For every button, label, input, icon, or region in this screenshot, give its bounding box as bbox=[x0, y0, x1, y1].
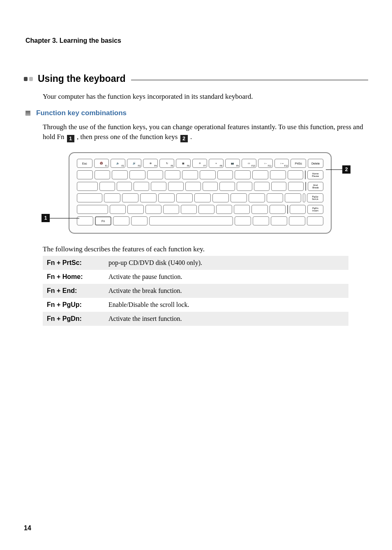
key-blank bbox=[99, 182, 115, 191]
key-blank bbox=[200, 170, 216, 179]
function-key-table: Fn + PrtSc: pop-up CD/DVD disk (U400 onl… bbox=[43, 256, 348, 326]
key-blank bbox=[231, 193, 247, 202]
key-blank bbox=[307, 216, 323, 225]
key-f12: ☼+F12 bbox=[274, 159, 289, 168]
key-blank bbox=[219, 182, 235, 191]
key-blank bbox=[182, 170, 198, 179]
key-blank bbox=[181, 205, 197, 214]
keyboard-function-row: Esc 🔇F1 🔉F2 🔊F3 ⊗F4 ↻F5 ▦F6 ✈F7 ×F8 📷F9 … bbox=[77, 159, 323, 168]
key-blank bbox=[77, 193, 102, 202]
key-f9: 📷F9 bbox=[225, 159, 240, 168]
key-blank bbox=[254, 182, 270, 191]
key-blank bbox=[163, 205, 179, 214]
key-fn: Fn bbox=[95, 216, 111, 225]
key-blank bbox=[131, 216, 148, 225]
callout-1: 1 bbox=[42, 214, 79, 222]
page-number: 14 bbox=[24, 524, 31, 532]
key-f3: 🔊F3 bbox=[127, 159, 142, 168]
table-row: Fn + End: Activate the break function. bbox=[43, 284, 348, 298]
callout-badge-2: 2 bbox=[342, 165, 350, 174]
key-blank bbox=[290, 205, 306, 214]
fk-desc: Activate the break function. bbox=[104, 284, 348, 298]
subsection-bullet-icon bbox=[25, 111, 30, 116]
section-title: Using the keyboard bbox=[38, 73, 125, 84]
key-blank bbox=[168, 182, 184, 191]
key-blank bbox=[288, 182, 304, 191]
table-intro: The following describes the features of … bbox=[43, 245, 368, 253]
fk-desc: pop-up CD/DVD disk (U400 only). bbox=[104, 256, 348, 270]
key-blank bbox=[270, 205, 286, 214]
key-esc: Esc bbox=[77, 159, 92, 168]
key-blank bbox=[104, 193, 120, 202]
key-prtsc: PrtSc bbox=[291, 159, 306, 168]
key-blank bbox=[253, 216, 269, 225]
fk-key: Fn + PgUp: bbox=[43, 298, 104, 312]
subsection-title: Function key combinations bbox=[36, 109, 127, 117]
key-f4: ⊗F4 bbox=[143, 159, 158, 168]
key-blank bbox=[203, 182, 218, 191]
keyboard-figure: 1 2 Esc 🔇F1 🔉F2 🔊F3 ⊗F4 ↻F5 ▦F6 ✈F7 ×F8 … bbox=[44, 152, 348, 234]
fk-key: Fn + End: bbox=[43, 284, 104, 298]
key-home-pause: Home Pause bbox=[307, 170, 323, 179]
table-row: Fn + PrtSc: pop-up CD/DVD disk (U400 onl… bbox=[43, 256, 348, 270]
key-blank bbox=[151, 182, 166, 191]
key-blank bbox=[267, 193, 283, 202]
key-f10: ▭F10 bbox=[242, 159, 256, 168]
key-f7: ✈F7 bbox=[192, 159, 207, 168]
key-blank bbox=[305, 170, 306, 179]
keyboard-row-5: PgDn Insert bbox=[77, 205, 323, 214]
callout-badge-1: 1 bbox=[42, 214, 50, 222]
key-blank bbox=[234, 205, 250, 214]
keyboard-outline: Esc 🔇F1 🔉F2 🔊F3 ⊗F4 ↻F5 ▦F6 ✈F7 ×F8 📷F9 … bbox=[69, 152, 332, 234]
key-blank bbox=[95, 170, 111, 179]
keyboard-row-2: Home Pause bbox=[77, 170, 323, 179]
key-blank bbox=[303, 193, 305, 202]
key-blank bbox=[145, 205, 161, 214]
fk-key: Fn + PrtSc: bbox=[43, 256, 104, 270]
key-blank bbox=[165, 170, 181, 179]
key-blank bbox=[216, 205, 232, 214]
table-row: Fn + Home: Activate the pause function. bbox=[43, 270, 348, 284]
key-f2: 🔉F2 bbox=[111, 159, 125, 168]
key-pgup-scrlk: PgUp ScrLk bbox=[307, 193, 323, 202]
keyboard-row-4: PgUp ScrLk bbox=[77, 193, 323, 202]
para-part-c: . bbox=[190, 133, 192, 141]
key-blank bbox=[212, 193, 229, 202]
key-blank bbox=[251, 205, 267, 214]
callout-badge-1-inline: 1 bbox=[67, 135, 74, 142]
key-blank bbox=[249, 193, 265, 202]
key-blank bbox=[252, 170, 268, 179]
key-blank bbox=[117, 182, 132, 191]
key-blank bbox=[185, 182, 201, 191]
fk-desc: Enable/Disable the scroll lock. bbox=[104, 298, 348, 312]
key-blank bbox=[113, 216, 129, 225]
subsection-header: Function key combinations bbox=[25, 109, 368, 117]
key-blank bbox=[112, 170, 128, 179]
fk-key: Fn + Home: bbox=[43, 270, 104, 284]
key-blank bbox=[285, 193, 301, 202]
key-blank bbox=[237, 182, 252, 191]
key-blank bbox=[134, 182, 149, 191]
key-blank bbox=[287, 205, 288, 214]
key-delete: Delete bbox=[308, 159, 323, 168]
key-blank bbox=[110, 205, 126, 214]
chapter-heading: Chapter 3. Learning the basics bbox=[25, 37, 368, 44]
key-blank bbox=[140, 193, 157, 202]
keyboard-row-6: Fn bbox=[77, 216, 323, 225]
callout-2: 2 bbox=[326, 165, 350, 174]
table-row: Fn + PgDn: Activate the insert function. bbox=[43, 312, 348, 326]
key-blank bbox=[158, 193, 175, 202]
key-blank bbox=[77, 182, 98, 191]
key-blank bbox=[270, 170, 286, 179]
key-blank bbox=[217, 170, 233, 179]
key-pgdn-insert: PgDn Insert bbox=[307, 205, 323, 214]
key-blank bbox=[271, 182, 287, 191]
fk-desc: Activate the pause function. bbox=[104, 270, 348, 284]
callout-badge-2-inline: 2 bbox=[180, 135, 188, 142]
key-blank bbox=[122, 193, 138, 202]
para-part-b: , then press one of the function keys bbox=[77, 133, 180, 141]
key-blank bbox=[77, 216, 93, 225]
keyboard-row-3: End Break bbox=[77, 182, 323, 191]
key-blank bbox=[288, 170, 304, 179]
key-blank bbox=[235, 170, 251, 179]
